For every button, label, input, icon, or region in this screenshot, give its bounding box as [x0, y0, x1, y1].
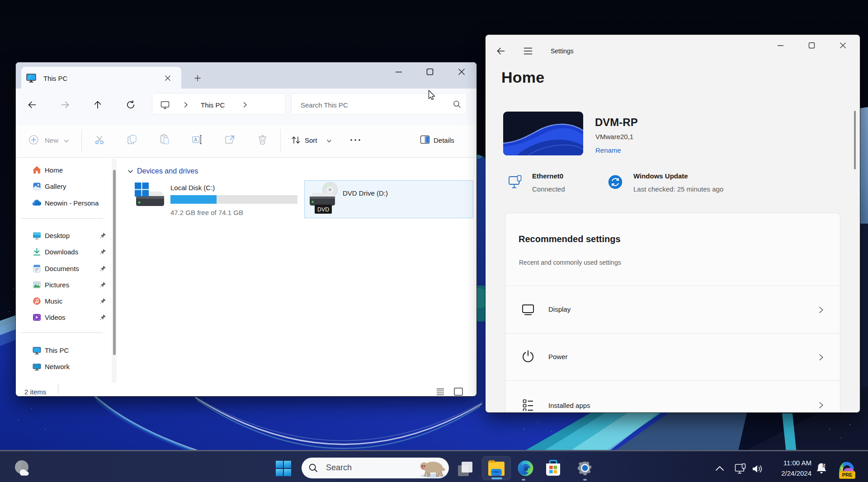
svg-text:z: z — [823, 462, 826, 468]
svg-text:A: A — [194, 137, 197, 142]
svg-text:DVD: DVD — [317, 206, 329, 213]
